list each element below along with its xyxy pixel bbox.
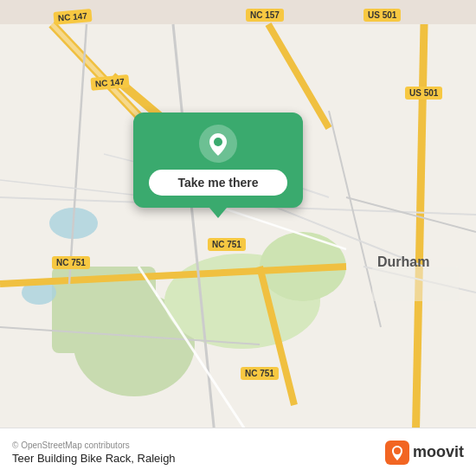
bottom-bar: © OpenStreetMap contributors Teer Buildi…: [0, 428, 476, 476]
copyright-text: © OpenStreetMap contributors: [12, 441, 176, 450]
road-label-us501-top: US 501: [363, 9, 401, 22]
road-label-nc751-bot: NC 751: [241, 367, 279, 380]
svg-point-29: [214, 138, 222, 146]
popup-container: Take me there: [133, 113, 303, 218]
map-container: NC 147 NC 147 US 501 US 501 NC 157 NC 75…: [0, 0, 476, 476]
road-label-nc751-left: NC 751: [52, 256, 90, 269]
bottom-left-info: © OpenStreetMap contributors Teer Buildi…: [12, 441, 176, 465]
road-label-nc157: NC 157: [246, 9, 284, 22]
city-label-durham: Durham: [377, 254, 429, 270]
road-label-nc751-mid: NC 751: [208, 238, 246, 251]
location-pin-icon: [199, 125, 237, 163]
road-label-us501-mid: US 501: [405, 87, 442, 100]
moovit-icon: [385, 441, 409, 465]
moovit-text: moovit: [413, 443, 464, 461]
location-name: Teer Building Bike Rack, Raleigh: [12, 452, 176, 465]
popup-box: Take me there: [133, 113, 303, 208]
popup-tail: [209, 208, 227, 218]
svg-point-31: [394, 447, 401, 454]
svg-rect-27: [372, 267, 459, 301]
moovit-logo: moovit: [385, 441, 464, 465]
take-me-there-button[interactable]: Take me there: [149, 170, 287, 196]
